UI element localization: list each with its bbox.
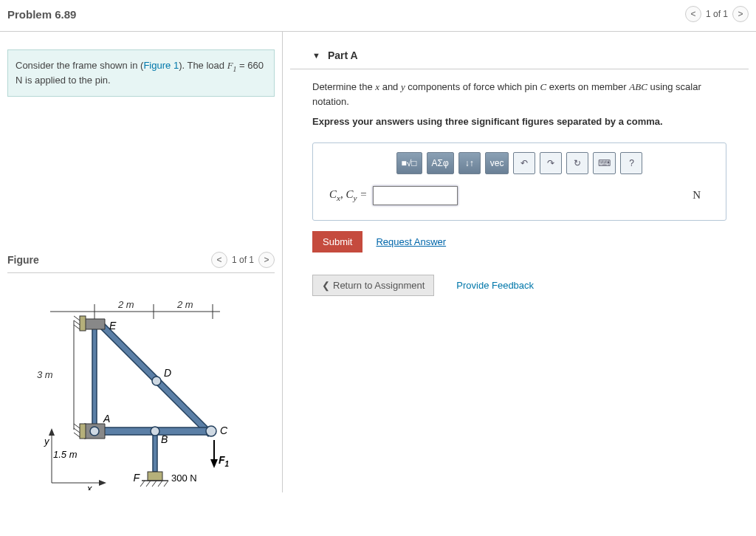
svg-rect-21 [80,424,86,439]
frame-diagram: 2 m 2 m 3 m D E A B [7,284,229,490]
reset-button[interactable]: ↻ [566,152,588,174]
svg-line-18 [74,325,80,329]
svg-line-33 [140,481,145,487]
svg-rect-15 [80,316,86,331]
figure-link[interactable]: Figure 1 [143,60,179,71]
svg-line-35 [152,481,157,487]
svg-text:A: A [103,413,110,425]
header-progress: 1 of 1 [706,9,728,19]
svg-text:2 m: 2 m [117,299,134,310]
svg-point-9 [152,377,161,385]
feedback-link[interactable]: Provide Feedback [456,280,534,291]
header-pager: < 1 of 1 > [685,6,749,22]
express-instruction: Express your answers using three signifi… [312,114,726,129]
svg-line-16 [74,316,80,320]
svg-marker-45 [49,428,55,436]
svg-text:E: E [109,320,117,331]
svg-text:2 m: 2 m [176,299,193,310]
part-instructions: Determine the x and y components of forc… [290,69,749,137]
redo-button[interactable]: ↷ [540,152,562,174]
svg-marker-14 [84,319,105,329]
svg-line-34 [146,481,151,487]
prev-problem-button[interactable]: < [685,6,701,22]
svg-text:D: D [164,367,171,379]
return-button[interactable]: ❮ Return to Assignment [312,275,434,296]
collapse-icon: ▼ [312,51,320,60]
greek-button[interactable]: ΑΣφ [427,152,454,174]
problem-title: Problem 6.89 [7,8,76,21]
prompt-text-pre: Consider the frame shown in ( [16,60,143,71]
undo-button[interactable]: ↶ [513,152,535,174]
svg-line-23 [74,428,80,433]
keyboard-button[interactable]: ⌨ [593,152,616,174]
next-problem-button[interactable]: > [732,6,749,22]
chevron-left-icon: ❮ [322,280,330,291]
svg-text:3 m: 3 m [37,369,53,380]
svg-line-37 [164,481,168,487]
svg-marker-46 [99,480,106,486]
figure-heading: Figure [7,254,39,266]
svg-text:1.5 m: 1.5 m [53,449,78,460]
svg-marker-41 [210,459,218,468]
next-figure-button[interactable]: > [258,252,275,268]
figure-header: Figure < 1 of 1 > [7,252,275,273]
prev-figure-button[interactable]: < [211,252,227,268]
problem-header: Problem 6.89 < 1 of 1 > [0,0,756,32]
problem-prompt: Consider the frame shown in (Figure 1). … [7,49,275,97]
svg-text:B: B [161,433,168,445]
prompt-var-f1: F1 [227,60,237,71]
help-button[interactable]: ? [620,152,642,174]
templates-button[interactable]: ■√□ [396,152,422,174]
svg-marker-11 [92,328,97,430]
prompt-text-post-fig: ). The load [179,60,227,71]
svg-line-36 [158,481,162,487]
svg-text:F: F [133,472,140,484]
figure-pager: < 1 of 1 > [211,252,275,268]
equation-toolbar: ■√□ ΑΣφ ↓↑ vec ↶ ↷ ↻ ⌨ ? [323,152,715,174]
svg-text:y: y [44,436,50,447]
part-a-header[interactable]: ▼ Part A [290,32,749,69]
answer-input[interactable] [373,186,458,205]
svg-line-22 [74,424,80,428]
svg-line-17 [74,320,80,325]
svg-text:x: x [86,483,92,490]
svg-point-27 [151,427,159,436]
return-label: Return to Assignment [333,280,425,291]
answer-unit: N [693,189,709,202]
subscript-button[interactable]: ↓↑ [458,152,481,174]
submit-button[interactable]: Submit [312,231,362,252]
vector-button[interactable]: vec [485,152,509,174]
svg-point-29 [206,426,216,436]
answer-box: ■√□ ΑΣφ ↓↑ vec ↶ ↷ ↻ ⌨ ? Cx, Cy = N [312,142,726,221]
svg-line-24 [74,433,80,437]
answer-lhs: Cx, Cy = [329,188,367,202]
svg-text:F1: F1 [219,454,229,468]
figure-progress: 1 of 1 [232,255,254,265]
request-answer-link[interactable]: Request Answer [376,236,446,247]
svg-rect-31 [148,472,162,481]
svg-text:C: C [220,425,228,436]
svg-text:300 N: 300 N [171,473,197,484]
svg-point-25 [90,427,99,436]
part-label: Part A [328,49,358,61]
